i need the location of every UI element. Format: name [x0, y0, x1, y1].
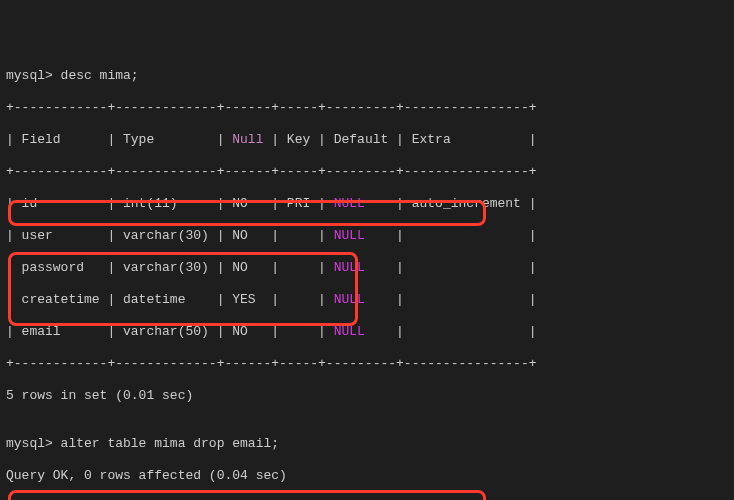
- query-ok: Query OK, 0 rows affected (0.04 sec): [6, 468, 728, 484]
- highlight-removed-row: [8, 490, 486, 500]
- summary-1: 5 rows in set (0.01 sec): [6, 388, 728, 404]
- table-border: +------------+-------------+------+-----…: [6, 164, 728, 180]
- alter-line: mysql> alter table mima drop email;: [6, 436, 728, 452]
- line-desc-1: mysql> desc mima;: [6, 68, 728, 84]
- hdr-pre: | Field | Type |: [6, 132, 232, 147]
- table-border: +------------+-------------+------+-----…: [6, 100, 728, 116]
- row-email: | email | varchar(50) | NO | | NULL | |: [6, 324, 728, 340]
- row-id: | id | int(11) | NO | PRI | NULL | auto_…: [6, 196, 728, 212]
- row-createtime: | createtime | datetime | YES | | NULL |…: [6, 292, 728, 308]
- row-password: | password | varchar(30) | NO | | NULL |…: [6, 260, 728, 276]
- hdr-post: | Key | Default | Extra |: [263, 132, 536, 147]
- table-border: +------------+-------------+------+-----…: [6, 356, 728, 372]
- terminal-output: mysql> desc mima; +------------+--------…: [6, 52, 728, 500]
- table-header: | Field | Type | Null | Key | Default | …: [6, 132, 728, 148]
- hdr-null: Null: [232, 132, 263, 147]
- row-user: | user | varchar(30) | NO | | NULL | |: [6, 228, 728, 244]
